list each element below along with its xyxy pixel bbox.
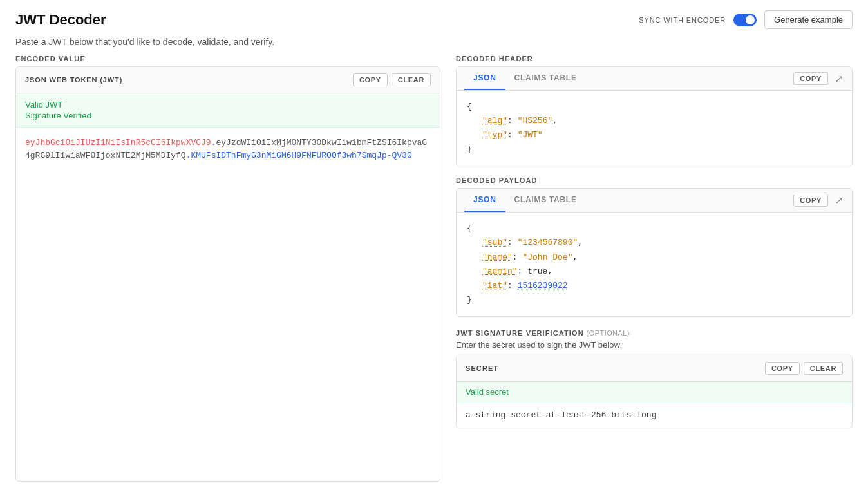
- valid-banner: Valid JWT Signature Verified: [16, 93, 440, 128]
- sig-card-title: SECRET: [466, 364, 498, 372]
- decoded-header-copy-button[interactable]: COPY: [793, 72, 828, 85]
- payload-iat-val: 1516239022: [518, 281, 568, 290]
- payload-sub-val: "1234567890": [518, 238, 578, 247]
- encoded-box: JSON WEB TOKEN (JWT) COPY CLEAR Valid JW…: [15, 66, 440, 482]
- encoded-body[interactable]: eyJhbGciOiJIUzI1NiIsInR5cCI6IkpwXVCJ9.ey…: [16, 128, 440, 481]
- payload-name-key: "name": [482, 252, 513, 262]
- header-typ-val: "JWT": [518, 130, 543, 140]
- sync-toggle[interactable]: [733, 14, 757, 26]
- encoded-section-label: ENCODED VALUE: [15, 55, 440, 62]
- decoded-header-json: { "alg": "HS256", "typ": "JWT" }: [457, 91, 852, 166]
- decoded-payload-actions: COPY ⤢: [793, 193, 844, 208]
- payload-sub-key: "sub": [482, 238, 507, 247]
- encoded-header: JSON WEB TOKEN (JWT) COPY CLEAR: [16, 67, 440, 93]
- sig-actions: COPY CLEAR: [765, 362, 843, 375]
- decoded-payload-label: DECODED PAYLOAD: [456, 176, 853, 184]
- encoded-clear-button[interactable]: CLEAR: [392, 73, 431, 86]
- tab-payload-json[interactable]: JSON: [464, 189, 505, 212]
- decoded-payload-json: { "sub": "1234567890", "name": "John Doe…: [457, 213, 852, 316]
- header-alg-val: "HS256": [518, 116, 553, 126]
- tab-header-claims[interactable]: CLAIMS TABLE: [505, 67, 586, 90]
- payload-admin-key: "admin": [482, 267, 518, 276]
- decoded-payload-section: DECODED PAYLOAD JSON CLAIMS TABLE COPY ⤢: [456, 176, 853, 317]
- right-panel: DECODED HEADER JSON CLAIMS TABLE COPY ⤢: [456, 55, 853, 482]
- header-alg-key: "alg": [482, 116, 507, 126]
- page-subtitle: Paste a JWT below that you'd like to dec…: [0, 34, 868, 55]
- payload-name-val: "John Doe": [522, 252, 572, 262]
- decoded-header-actions: COPY ⤢: [793, 71, 844, 86]
- decoded-header-tabs: JSON CLAIMS TABLE: [464, 67, 586, 90]
- valid-secret-text: Valid secret: [466, 387, 843, 397]
- decoded-payload-card: JSON CLAIMS TABLE COPY ⤢ { "sub": "12345…: [456, 188, 853, 317]
- jwt-part3: KMUFsIDTnFmyG3nMiGM6H9FNFUROOf3wh7SmqJp-…: [191, 151, 411, 160]
- decoded-payload-copy-button[interactable]: COPY: [793, 194, 828, 207]
- sig-section-label: JWT SIGNATURE VERIFICATION: [456, 329, 584, 337]
- sig-subtitle: Enter the secret used to sign the JWT be…: [456, 340, 853, 350]
- encoded-card-title: JSON WEB TOKEN (JWT): [25, 76, 122, 84]
- jwt-part1: eyJhbGciOiJIUzI1NiIsInR5cCI6IkpwXVCJ9: [25, 138, 211, 147]
- decoded-payload-tabs: JSON CLAIMS TABLE: [464, 189, 586, 212]
- sig-verified-text: Signature Verified: [25, 111, 431, 120]
- decoded-payload-tabbar: JSON CLAIMS TABLE COPY ⤢: [457, 189, 852, 213]
- valid-jwt-text: Valid JWT: [25, 100, 431, 109]
- decoded-header-card: JSON CLAIMS TABLE COPY ⤢ { "alg": "HS256…: [456, 66, 853, 166]
- tab-header-json[interactable]: JSON: [464, 67, 505, 90]
- encoded-copy-button[interactable]: COPY: [353, 73, 388, 86]
- decoded-header-label: DECODED HEADER: [456, 55, 853, 62]
- sig-body[interactable]: a-string-secret-at-least-256-bits-long: [457, 402, 852, 428]
- payload-admin-val: true: [527, 267, 547, 276]
- generate-example-button[interactable]: Generate example: [764, 10, 853, 29]
- signature-section: JWT SIGNATURE VERIFICATION (OPTIONAL) En…: [456, 327, 853, 428]
- decoded-header-section: DECODED HEADER JSON CLAIMS TABLE COPY ⤢: [456, 55, 853, 166]
- sig-optional-label: (OPTIONAL): [587, 329, 630, 337]
- sig-card-header: SECRET COPY CLEAR: [457, 355, 852, 382]
- sig-copy-button[interactable]: COPY: [765, 362, 800, 375]
- decoded-header-expand-icon[interactable]: ⤢: [833, 71, 844, 86]
- header-typ-key: "typ": [482, 130, 507, 140]
- payload-iat-key: "iat": [482, 281, 507, 290]
- decoded-payload-expand-icon[interactable]: ⤢: [833, 193, 844, 208]
- app-title: JWT Decoder: [15, 12, 106, 28]
- valid-secret-banner: Valid secret: [457, 382, 852, 402]
- tab-payload-claims[interactable]: CLAIMS TABLE: [505, 189, 586, 212]
- secret-value: a-string-secret-at-least-256-bits-long: [466, 410, 656, 420]
- decoded-header-tabbar: JSON CLAIMS TABLE COPY ⤢: [457, 67, 852, 91]
- signature-card: SECRET COPY CLEAR Valid secret a-string-…: [456, 355, 853, 428]
- sync-label: SYNC WITH ENCODER: [639, 16, 726, 24]
- sig-clear-button[interactable]: CLEAR: [804, 362, 843, 375]
- encoded-actions: COPY CLEAR: [353, 73, 431, 86]
